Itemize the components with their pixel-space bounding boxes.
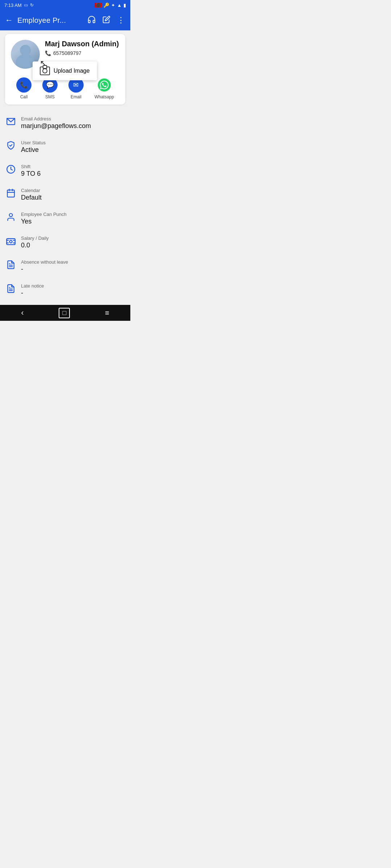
avatar-body bbox=[16, 54, 35, 69]
sms-button[interactable]: 💬 SMS bbox=[42, 77, 58, 99]
headset-icon[interactable] bbox=[87, 15, 96, 26]
email-value: marjun@pageflows.com bbox=[21, 122, 91, 130]
status-time-area: 7:13 AM ▭ ↻ bbox=[4, 3, 34, 8]
calendar-value: Default bbox=[21, 194, 42, 201]
absence-label-text: Absence without leave bbox=[21, 259, 68, 265]
nav-home-button[interactable]: □ bbox=[59, 308, 70, 318]
call-icon: 📞 bbox=[16, 77, 31, 93]
detail-item-calendar: Calendar Default bbox=[0, 183, 130, 207]
salary-label-text: Salary / Daily bbox=[21, 235, 49, 241]
wifi-icon: ▲ bbox=[117, 3, 122, 8]
document-absence-icon bbox=[6, 260, 16, 269]
whatsapp-button[interactable]: Whatsapp bbox=[94, 77, 114, 99]
avatar-head bbox=[20, 45, 31, 56]
more-options-icon[interactable]: ⋮ bbox=[117, 16, 125, 25]
late-notice-value: - bbox=[21, 289, 44, 297]
shift-label-text: Shift bbox=[21, 164, 41, 169]
profile-name: Marj Dawson (Admin) bbox=[45, 40, 119, 48]
detail-content-late-notice: Late notice - bbox=[21, 283, 44, 297]
back-button[interactable]: ← bbox=[5, 16, 13, 25]
whatsapp-icon bbox=[97, 77, 112, 93]
detail-item-punch: Employee Can Punch Yes bbox=[0, 207, 130, 230]
email-label-text: Email Address bbox=[21, 116, 91, 122]
punch-label-text: Employee Can Punch bbox=[21, 212, 67, 217]
rotate-icon: ↻ bbox=[30, 3, 34, 8]
document-late-icon bbox=[6, 284, 16, 293]
profile-info: Marj Dawson (Admin) 📞 6575089797 bbox=[45, 40, 119, 56]
call-label: Call bbox=[20, 94, 28, 99]
cursor: ↖ bbox=[40, 59, 46, 68]
bluetooth-icon: ✦ bbox=[111, 3, 115, 8]
status-icons: ⬛ 🔑 ✦ ▲ ▮ bbox=[94, 3, 126, 8]
avatar-container[interactable]: ↖ Upload Image bbox=[11, 40, 40, 69]
page-title: Employee Pr... bbox=[17, 16, 83, 25]
detail-item-late-notice: Late notice - bbox=[0, 278, 130, 302]
detail-content-absence: Absence without leave - bbox=[21, 259, 68, 273]
svg-rect-8 bbox=[7, 239, 15, 244]
shield-detail-icon bbox=[6, 141, 16, 150]
svg-rect-3 bbox=[7, 190, 14, 197]
email-detail-icon bbox=[6, 117, 16, 126]
absence-value: - bbox=[21, 265, 68, 273]
detail-item-salary: Salary / Daily 0.0 bbox=[0, 230, 130, 254]
app-bar: ← Employee Pr... ⋮ bbox=[0, 10, 130, 30]
status-bar: 7:13 AM ▭ ↻ ⬛ 🔑 ✦ ▲ ▮ bbox=[0, 0, 130, 10]
nav-back-button[interactable]: ‹ bbox=[14, 307, 31, 319]
svg-point-7 bbox=[9, 213, 13, 217]
status-value: Active bbox=[21, 146, 46, 154]
app-bar-actions: ⋮ bbox=[87, 15, 125, 26]
calendar-label-text: Calendar bbox=[21, 188, 42, 193]
call-button[interactable]: 📞 Call bbox=[16, 77, 31, 99]
clock-detail-icon bbox=[6, 165, 16, 174]
time-display: 7:13 AM bbox=[4, 3, 22, 8]
detail-content-salary: Salary / Daily 0.0 bbox=[21, 235, 49, 249]
punch-value: Yes bbox=[21, 218, 67, 225]
video-icon: ⬛ bbox=[94, 3, 102, 8]
key-icon: 🔑 bbox=[104, 3, 109, 8]
sms-label: SMS bbox=[45, 94, 55, 99]
profile-phone: 📞 6575089797 bbox=[45, 50, 119, 56]
detail-item-status: User Status Active bbox=[0, 135, 130, 159]
detail-content-calendar: Calendar Default bbox=[21, 188, 42, 201]
money-detail-icon bbox=[6, 236, 16, 246]
email-label: Email bbox=[71, 94, 81, 99]
phone-number: 6575089797 bbox=[53, 50, 81, 56]
bottom-navigation: ‹ □ ≡ bbox=[0, 305, 130, 321]
calendar-detail-icon bbox=[6, 188, 16, 198]
detail-content-shift: Shift 9 TO 6 bbox=[21, 164, 41, 178]
detail-item-shift: Shift 9 TO 6 bbox=[0, 159, 130, 183]
shift-value: 9 TO 6 bbox=[21, 170, 41, 178]
detail-item-email: Email Address marjun@pageflows.com bbox=[0, 111, 130, 135]
nav-menu-button[interactable]: ≡ bbox=[98, 307, 117, 319]
status-label-text: User Status bbox=[21, 140, 46, 145]
edit-icon[interactable] bbox=[102, 16, 110, 25]
email-button[interactable]: ✉ Email bbox=[68, 77, 84, 99]
detail-content-email: Email Address marjun@pageflows.com bbox=[21, 116, 91, 130]
battery-icon: ▮ bbox=[123, 3, 126, 8]
screen-record-icon: ▭ bbox=[24, 3, 28, 8]
whatsapp-label: Whatsapp bbox=[94, 94, 114, 99]
svg-point-9 bbox=[10, 241, 12, 243]
svg-point-0 bbox=[98, 78, 111, 92]
person-detail-icon bbox=[6, 212, 16, 222]
detail-content-status: User Status Active bbox=[21, 140, 46, 154]
detail-list: Email Address marjun@pageflows.com User … bbox=[0, 108, 130, 305]
late-notice-label-text: Late notice bbox=[21, 283, 44, 289]
phone-icon: 📞 bbox=[45, 50, 51, 56]
detail-item-absence: Absence without leave - bbox=[0, 254, 130, 278]
salary-value: 0.0 bbox=[21, 242, 49, 249]
upload-image-label: Upload Image bbox=[54, 68, 90, 74]
profile-header: ↖ Upload Image Marj Dawson (Admin) 📞 657… bbox=[11, 40, 119, 69]
profile-card: ↖ Upload Image Marj Dawson (Admin) 📞 657… bbox=[5, 34, 125, 105]
detail-content-punch: Employee Can Punch Yes bbox=[21, 212, 67, 225]
